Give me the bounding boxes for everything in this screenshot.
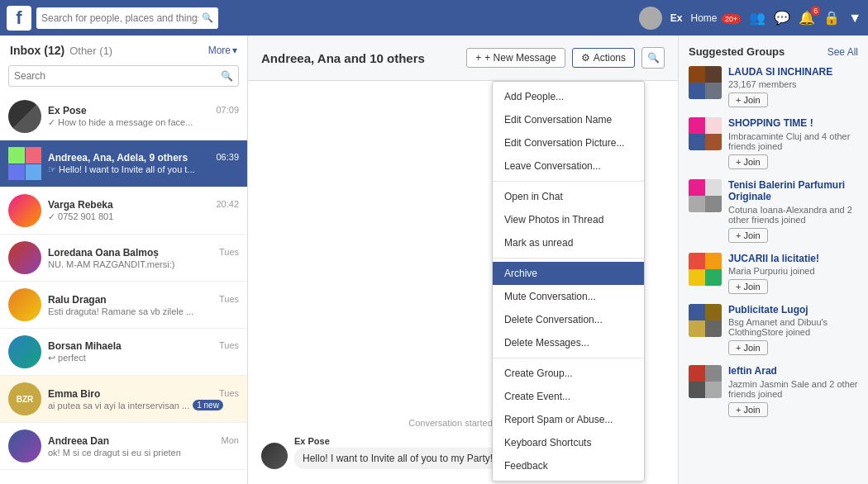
inbox-item[interactable]: Ralu Dragan Tues Esti draguta! Ramane sa… xyxy=(0,282,247,329)
inbox-item-preview: ok! M si ce dragut si eu si prieten xyxy=(48,448,239,458)
group-join-button[interactable]: + Join xyxy=(728,340,768,355)
inbox-item-preview: ai putea sa vi ayi la interservisan ... xyxy=(48,401,189,410)
inbox-item-time: Tues xyxy=(219,247,239,259)
notifications-icon[interactable]: 🔔 6 xyxy=(799,10,815,26)
inbox-item-body: Emma Biro Tues ai putea sa vi ayi la int… xyxy=(48,388,239,410)
dropdown-item-edit-picture[interactable]: Edit Conversation Picture... xyxy=(493,131,644,154)
notifications-badge: 6 xyxy=(811,6,820,16)
group-name[interactable]: JUCARII la licitatie! xyxy=(728,253,858,264)
inbox-header: Inbox (12) Other (1) More ▾ xyxy=(0,36,247,62)
inbox-item-name: Ex Pose xyxy=(48,105,87,116)
inbox-item-time: 07:09 xyxy=(216,105,239,116)
sidebar-header: Suggested Groups See All xyxy=(689,45,858,58)
inbox-other[interactable]: Other (1) xyxy=(69,45,112,57)
dropdown-item-archive[interactable]: Archive xyxy=(493,262,644,285)
group-name[interactable]: LAUDA SI INCHINARE xyxy=(728,66,858,78)
dropdown-item-view-photos[interactable]: View Photos in Thread xyxy=(493,208,644,231)
avatar xyxy=(8,100,41,133)
dropdown-item-leave[interactable]: Leave Conversation... xyxy=(493,154,644,178)
messages-icon[interactable]: 💬 xyxy=(774,10,790,26)
group-item: Ieftin Arad Jazmin Jasmin Sale and 2 oth… xyxy=(689,365,858,416)
avatar xyxy=(8,429,41,463)
inbox-item-preview: Esti draguta! Ramane sa vb zilele ... xyxy=(48,306,239,316)
group-item: JUCARII la licitatie! Maria Purpuriu joi… xyxy=(689,253,858,294)
dropdown-item-add-people[interactable]: Add People... xyxy=(493,85,644,108)
dropdown-item-open-chat[interactable]: Open in Chat xyxy=(493,185,644,208)
inbox-item[interactable]: Varga Rebeka 20:42 ✓ 0752 901 801 xyxy=(0,187,247,235)
inbox-more-button[interactable]: More ▾ xyxy=(208,45,237,56)
top-navigation: f 🔍 Ex Home 20+ 👥 💬 🔔 6 🔒 ▼ xyxy=(0,0,868,36)
dropdown-item-report-spam[interactable]: Report Spam or Abuse... xyxy=(493,408,644,431)
avatar xyxy=(8,335,41,368)
group-join-button[interactable]: + Join xyxy=(728,228,768,243)
conversation-search-button[interactable]: 🔍 xyxy=(641,47,665,69)
new-message-button[interactable]: + + New Message xyxy=(466,48,565,68)
nav-avatar[interactable] xyxy=(639,7,662,30)
sidebar-title: Suggested Groups xyxy=(689,45,785,58)
group-item: SHOPPING TIME ! Imbracaminte Cluj and 4 … xyxy=(689,117,858,168)
inbox-list: Ex Pose 07:09 ✓ How to hide a message on… xyxy=(0,93,247,484)
nav-search-input[interactable] xyxy=(41,12,198,24)
conversation-title: Andreea, Ana and 10 others xyxy=(261,51,460,65)
inbox-search-box[interactable]: 🔍 xyxy=(8,65,239,87)
dropdown-item-mark-unread[interactable]: Mark as unread xyxy=(493,231,644,254)
group-join-button[interactable]: + Join xyxy=(728,154,768,169)
nav-username[interactable]: Ex xyxy=(670,12,683,24)
inbox-item-preview: ✓ How to hide a message on face... xyxy=(48,117,239,128)
avatar: BZR xyxy=(8,382,41,415)
dropdown-item-create-group[interactable]: Create Group... xyxy=(493,362,644,385)
sidebar-see-all[interactable]: See All xyxy=(827,46,858,58)
group-join-button[interactable]: + Join xyxy=(728,279,768,294)
group-name[interactable]: Tenisi Balerini Parfumuri Originale xyxy=(728,179,858,203)
group-info: Publicitate Lugoj Bsg Amanet and Dibuu's… xyxy=(728,304,858,355)
inbox-item-name: Loredana Oana Balmoș xyxy=(48,247,159,259)
inbox-search-bar: 🔍 xyxy=(0,62,247,93)
home-count-badge: 20+ xyxy=(722,14,741,24)
inbox-item[interactable]: Andreea Dan Mon ok! M si ce dragut si eu… xyxy=(0,423,247,470)
group-join-button[interactable]: + Join xyxy=(728,93,768,107)
dropdown-item-edit-name[interactable]: Edit Conversation Name xyxy=(493,108,644,131)
dropdown-item-keyboard-shortcuts[interactable]: Keyboard Shortcuts xyxy=(493,431,644,454)
inbox-item-body: Loredana Oana Balmoș Tues NU. M-AM RAZGA… xyxy=(48,247,239,269)
nav-dropdown-icon[interactable]: ▼ xyxy=(848,11,861,26)
inbox-item-time: Tues xyxy=(219,294,239,306)
actions-dropdown: Add People... Edit Conversation Name Edi… xyxy=(492,81,645,482)
friends-icon[interactable]: 👥 xyxy=(749,10,765,26)
dropdown-item-feedback[interactable]: Feedback xyxy=(493,454,644,477)
inbox-item[interactable]: Loredana Oana Balmoș Tues NU. M-AM RAZGA… xyxy=(0,235,247,282)
avatar-multi xyxy=(8,147,41,180)
group-avatar xyxy=(689,179,722,212)
inbox-item-name: Emma Biro xyxy=(48,388,100,400)
inbox-item[interactable]: Borsan Mihaela Tues ↩ perfect xyxy=(0,329,247,376)
dropdown-item-mute[interactable]: Mute Conversation... xyxy=(493,285,644,308)
inbox-search-input[interactable] xyxy=(14,70,217,82)
avatar xyxy=(8,194,41,227)
inbox-item-time: Tues xyxy=(219,388,239,400)
group-name[interactable]: SHOPPING TIME ! xyxy=(728,117,858,129)
inbox-item-preview: NU. M-AM RAZGANDIT.mersi:) xyxy=(48,259,239,269)
dropdown-item-create-event[interactable]: Create Event... xyxy=(493,385,644,408)
dropdown-item-delete-conv[interactable]: Delete Conversation... xyxy=(493,308,644,331)
group-sub: Bsg Amanet and Dibuu's ClothingStore joi… xyxy=(728,317,858,337)
dropdown-section-3: Archive Mute Conversation... Delete Conv… xyxy=(493,259,644,358)
privacy-icon[interactable]: 🔒 xyxy=(823,10,840,26)
group-name[interactable]: Ieftin Arad xyxy=(728,365,858,377)
inbox-item[interactable]: BZR Emma Biro Tues ai putea sa vi ayi la… xyxy=(0,376,247,423)
group-sub: 23,167 members xyxy=(728,79,858,89)
nav-search-container[interactable]: 🔍 xyxy=(36,7,218,29)
dropdown-section-1: Add People... Edit Conversation Name Edi… xyxy=(493,82,644,182)
inbox-item[interactable]: Ex Pose 07:09 ✓ How to hide a message on… xyxy=(0,93,247,140)
nav-home-link[interactable]: Home 20+ xyxy=(691,12,742,24)
actions-button[interactable]: ⚙ Actions xyxy=(572,48,635,68)
inbox-item-preview: ↩ perfect xyxy=(48,353,239,363)
group-join-button[interactable]: + Join xyxy=(728,402,768,417)
dropdown-item-delete-msgs[interactable]: Delete Messages... xyxy=(493,331,644,354)
inbox-item-name: Borsan Mihaela xyxy=(48,340,122,352)
inbox-search-icon: 🔍 xyxy=(221,70,233,82)
main-layout: Inbox (12) Other (1) More ▾ 🔍 Ex Pose xyxy=(0,36,868,484)
avatar xyxy=(8,241,41,274)
inbox-item-active[interactable]: Andreea, Ana, Adela, 9 others 06:39 ☞ He… xyxy=(0,140,247,187)
group-name[interactable]: Publicitate Lugoj xyxy=(728,304,858,316)
nav-right-section: Ex Home 20+ 👥 💬 🔔 6 🔒 ▼ xyxy=(639,7,861,30)
new-message-icon: + xyxy=(475,52,481,64)
